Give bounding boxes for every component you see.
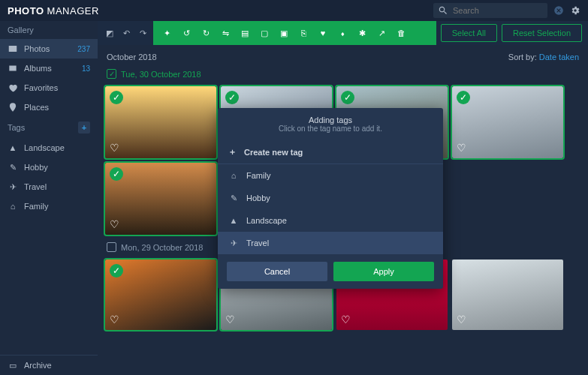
fav-icon[interactable]: ♡: [457, 314, 466, 326]
tag-icon[interactable]: ⬧: [336, 27, 348, 39]
heart-icon: [8, 82, 18, 93]
count-badge: 237: [77, 45, 90, 53]
hobby-icon: ✎: [228, 193, 239, 203]
month-title: October 2018: [107, 52, 157, 62]
crop-icon[interactable]: ▢: [258, 27, 270, 39]
fav-icon[interactable]: ♡: [457, 142, 466, 154]
date-checkbox[interactable]: [107, 242, 116, 252]
clear-icon[interactable]: [553, 5, 564, 16]
palm-icon: ✈: [228, 238, 239, 248]
tag-option-hobby[interactable]: ✎Hobby: [218, 187, 443, 209]
add-tag-button[interactable]: +: [78, 122, 90, 134]
photo-icon: [8, 44, 18, 54]
photo-thumb[interactable]: ✓♡: [105, 86, 216, 158]
svg-rect-2: [9, 66, 16, 71]
frame-icon[interactable]: ▣: [278, 27, 290, 39]
search-input[interactable]: [453, 6, 543, 15]
dialog-title: Adding tags: [225, 116, 436, 124]
apply-button[interactable]: Apply: [333, 262, 434, 281]
photo-thumb[interactable]: ✓♡: [452, 86, 563, 158]
sidebar-item-label: Places: [24, 103, 49, 112]
landscape-icon: ▲: [228, 215, 239, 226]
sidebar-item-places[interactable]: Places: [0, 98, 98, 117]
wand-icon[interactable]: ✦: [161, 27, 173, 39]
count-badge: 13: [82, 64, 90, 73]
sidebar-item-photos[interactable]: Photos 237: [0, 39, 98, 58]
photo-thumb[interactable]: ♡: [452, 260, 563, 330]
sort-control[interactable]: Sort by: Date taken: [508, 52, 579, 62]
photo-thumb[interactable]: ✓♡: [105, 260, 216, 330]
svg-rect-1: [9, 46, 17, 52]
check-icon: ✓: [110, 167, 123, 181]
fav-icon[interactable]: ♡: [110, 218, 119, 230]
adjust-icon[interactable]: ✱: [356, 27, 368, 39]
tag-hobby[interactable]: ✎Hobby: [0, 158, 98, 177]
gallery-header: Gallery: [0, 21, 98, 39]
heart-icon[interactable]: ♥: [317, 27, 329, 39]
plus-icon: ＋: [228, 146, 237, 158]
tool-select-icon[interactable]: ◩: [104, 27, 116, 39]
tag-landscape[interactable]: ▲Landscape: [0, 138, 98, 158]
check-icon: ✓: [110, 91, 123, 104]
check-icon: ✓: [110, 264, 123, 278]
share-icon[interactable]: ↗: [375, 27, 387, 39]
add-tags-dialog: Adding tags Click on the tag name to add…: [218, 108, 443, 289]
dialog-subtitle: Click on the tag name to add it.: [225, 124, 436, 133]
albums-icon: [8, 63, 18, 74]
app-logo: PHOTO MANAGER: [8, 5, 99, 16]
archive-icon: ▭: [8, 360, 18, 370]
resize-icon[interactable]: ▤: [239, 27, 251, 39]
palm-icon: ✈: [8, 182, 18, 192]
tag-option-travel[interactable]: ✈Travel: [218, 232, 443, 254]
landscape-icon: ▲: [8, 142, 18, 153]
rotate-right-icon[interactable]: ↻: [200, 27, 212, 39]
hobby-icon: ✎: [8, 162, 18, 172]
sidebar-archive[interactable]: ▭Archive: [0, 355, 98, 375]
family-icon: ⌂: [8, 201, 18, 212]
flip-h-icon[interactable]: ⇋: [219, 27, 231, 39]
fav-icon[interactable]: ♡: [225, 314, 235, 326]
search-icon: [438, 5, 448, 16]
family-icon: ⌂: [228, 170, 239, 181]
reset-selection-button[interactable]: Reset Selection: [502, 24, 582, 42]
redo-icon[interactable]: ↷: [137, 27, 149, 39]
trash-icon[interactable]: 🗑: [395, 27, 407, 39]
sidebar-item-label: Photos: [24, 44, 50, 53]
tags-header: Tags +: [0, 117, 98, 138]
date-checkbox[interactable]: [107, 69, 116, 79]
search-box[interactable]: [433, 3, 547, 18]
tag-option-family[interactable]: ⌂Family: [218, 164, 443, 187]
create-new-tag[interactable]: ＋Create new tag: [218, 140, 443, 164]
select-all-button[interactable]: Select All: [441, 24, 497, 42]
check-icon: ✓: [341, 91, 354, 104]
copy-icon[interactable]: ⎘: [297, 27, 309, 39]
fav-icon[interactable]: ♡: [341, 314, 351, 326]
photo-thumb[interactable]: ✓♡: [105, 163, 216, 235]
date-label: Mon, 29 October 2018: [121, 243, 203, 252]
undo-icon[interactable]: ↶: [120, 27, 132, 39]
check-icon: ✓: [457, 91, 470, 104]
date-label: Tue, 30 October 2018: [121, 70, 201, 79]
tag-family[interactable]: ⌂Family: [0, 196, 98, 216]
cancel-button[interactable]: Cancel: [227, 262, 327, 281]
fav-icon[interactable]: ♡: [110, 142, 119, 154]
sidebar-item-label: Favorites: [24, 83, 58, 92]
rotate-left-icon[interactable]: ↺: [180, 27, 192, 39]
sidebar-item-label: Albums: [24, 64, 52, 73]
pin-icon: [8, 102, 18, 112]
sidebar-item-albums[interactable]: Albums 13: [0, 58, 98, 78]
sidebar-item-favorites[interactable]: Favorites: [0, 78, 98, 98]
gear-icon[interactable]: [570, 5, 580, 16]
tag-option-landscape[interactable]: ▲Landscape: [218, 209, 443, 232]
check-icon: ✓: [225, 91, 239, 104]
fav-icon[interactable]: ♡: [110, 314, 119, 326]
tag-travel[interactable]: ✈Travel: [0, 177, 98, 196]
